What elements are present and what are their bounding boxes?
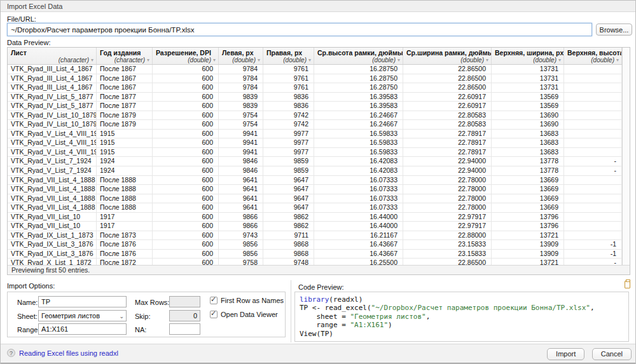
first-row-as-names-checkbox[interactable]: ✓ First Row as Names: [210, 297, 284, 304]
column-header-top-w[interactable]: Верхняя, ширина, px(double)▾: [492, 48, 564, 64]
bottom-panel: Import Options: Name: Sheet: Геометрия л…: [1, 279, 636, 344]
sheet-select-value: Геометрия листов: [41, 312, 100, 320]
table-cell: 13909: [492, 240, 564, 249]
column-menu-icon[interactable]: ▾: [258, 57, 260, 63]
table-cell: 16.07333: [314, 176, 403, 185]
table-cell: 1915: [97, 138, 153, 147]
table-cell: После 1888: [97, 194, 153, 203]
table-cell: 9836: [263, 102, 314, 111]
column-header-top-h[interactable]: Верхняя, высота, px(double)▾: [564, 48, 622, 64]
column-menu-icon[interactable]: ▾: [486, 57, 488, 63]
column-header-year[interactable]: Год издания(character)▾: [97, 48, 153, 64]
table-cell: 9647: [263, 203, 314, 212]
table-cell: [564, 111, 622, 120]
chevron-down-icon: ⌄: [119, 311, 124, 321]
column-header-list[interactable]: Лист(character)▾: [8, 48, 97, 64]
max-rows-label: Max Rows:: [135, 299, 169, 306]
table-cell: 22.60917: [403, 102, 492, 111]
column-header-avg-h[interactable]: Ср.высота рамки, дюймы(double)▾: [314, 48, 403, 64]
table-cell: 22.86500: [403, 74, 492, 83]
column-menu-icon[interactable]: ▾: [91, 57, 93, 63]
table-cell: 22.78000: [403, 185, 492, 194]
open-data-viewer-checkbox[interactable]: ✓ Open Data Viewer: [210, 311, 278, 318]
table-cell: 600: [153, 65, 219, 74]
table-cell: VTK_Ryad_IX_List_3_1876: [8, 250, 97, 259]
table-cell: После 1879: [97, 120, 153, 129]
table-cell: 600: [153, 231, 219, 240]
table-body: VTK_Ryad_III_List_4_1867После 1867600978…: [8, 65, 630, 266]
table-row: VTK_Ryad_VII_List_4_1888После 1888600964…: [8, 203, 630, 213]
column-menu-icon[interactable]: ▾: [308, 57, 311, 63]
table-cell: 9856: [219, 250, 263, 259]
column-menu-icon[interactable]: ▾: [213, 57, 216, 63]
table-cell: [564, 65, 622, 74]
table-cell: 600: [153, 102, 219, 111]
table-cell: [564, 138, 622, 147]
table-scrollbar[interactable]: [622, 48, 630, 266]
dialog-title: Import Excel Data: [1, 1, 635, 12]
table-cell: 9941: [219, 130, 263, 138]
table-row: VTK_Ryad_V_List_4_VIII_19151915600994199…: [8, 138, 630, 148]
help-icon: ?: [7, 349, 15, 357]
column-menu-icon[interactable]: ▾: [616, 57, 619, 63]
table-row: VTK_Ryad_IX_List_3_1876После 18766009856…: [8, 250, 630, 259]
table-cell: 22.94000: [403, 157, 492, 166]
import-button[interactable]: Import: [547, 348, 584, 360]
table-cell: VTK_Ryad_V_List_7_1924: [8, 166, 97, 175]
table-cell: 23.15833: [403, 240, 492, 249]
help-link[interactable]: ? Reading Excel files using readxl: [7, 349, 118, 357]
table-row: VTK_Ryad_III_List_4_1867После 1867600978…: [8, 65, 630, 74]
table-cell: -1: [564, 240, 622, 249]
na-input[interactable]: [169, 323, 200, 335]
table-row: VTK_Ryad_V_List_4_VIII_19151915600994199…: [8, 148, 630, 158]
table-row: VTK_Ryad_VII_List_4_1888После 1888600964…: [8, 176, 630, 185]
table-cell: После 1867: [97, 74, 153, 83]
range-label: Range:: [17, 326, 39, 334]
table-row: VTK_Ryad_V_List_7_192419246009846985916.…: [8, 157, 630, 166]
name-label: Name:: [17, 299, 38, 306]
browse-button[interactable]: Browse...: [596, 24, 632, 36]
table-cell: 9941: [219, 138, 263, 147]
column-header-dpi[interactable]: Разрешение, DPI(double)▾: [153, 48, 219, 64]
column-header-left[interactable]: Левая, px(double)▾: [219, 48, 263, 64]
table-cell: 16.28750: [314, 83, 403, 92]
column-menu-icon[interactable]: ▾: [398, 57, 400, 63]
table-cell: 16.21167: [314, 231, 403, 240]
table-cell: 9743: [219, 231, 263, 240]
table-cell: 600: [153, 185, 219, 194]
column-header-right[interactable]: Правая, px(double)▾: [263, 48, 314, 64]
file-url-input[interactable]: [7, 23, 592, 36]
table-cell: 16.43667: [314, 250, 403, 259]
table-cell: 1917: [97, 222, 153, 231]
table-cell: 22.94000: [403, 166, 492, 175]
skip-input[interactable]: [169, 310, 200, 321]
column-menu-icon[interactable]: ▾: [147, 57, 149, 63]
table-cell: 22.78000: [403, 194, 492, 203]
table-cell: 600: [153, 111, 219, 120]
table-cell: VTK_Ryad_VII_List_4_1888: [8, 194, 97, 203]
table-cell: После 1877: [97, 102, 153, 111]
table-cell: 22.78917: [403, 138, 492, 147]
table-cell: 600: [153, 157, 219, 166]
name-input[interactable]: [38, 296, 127, 307]
table-cell: VTK_Ryad_IV_List_10_1879: [8, 111, 97, 120]
sheet-select[interactable]: Геометрия листов ⌄: [38, 310, 127, 321]
table-cell: 600: [153, 203, 219, 212]
column-menu-icon[interactable]: ▾: [558, 57, 561, 63]
max-rows-input[interactable]: [169, 296, 200, 307]
table-cell: 9856: [219, 240, 263, 249]
cancel-button[interactable]: Cancel: [592, 348, 632, 360]
table-cell: [564, 231, 622, 240]
table-cell: После 1877: [97, 93, 153, 102]
table-cell: 600: [153, 240, 219, 249]
range-input[interactable]: [38, 323, 127, 335]
column-header-avg-w[interactable]: Ср.ширина рамки, дюймы(double)▾: [403, 48, 492, 64]
copy-code-icon[interactable]: [625, 281, 630, 288]
table-cell: 600: [153, 93, 219, 102]
table-cell: 13909: [492, 250, 564, 259]
table-cell: 600: [153, 176, 219, 185]
table-cell: 9836: [263, 93, 314, 102]
table-cell: 600: [153, 138, 219, 147]
table-cell: VTK_Ryad_VII_List_4_1888: [8, 203, 97, 212]
data-preview-table: Лист(character)▾Год издания(character)▾Р…: [7, 47, 630, 275]
